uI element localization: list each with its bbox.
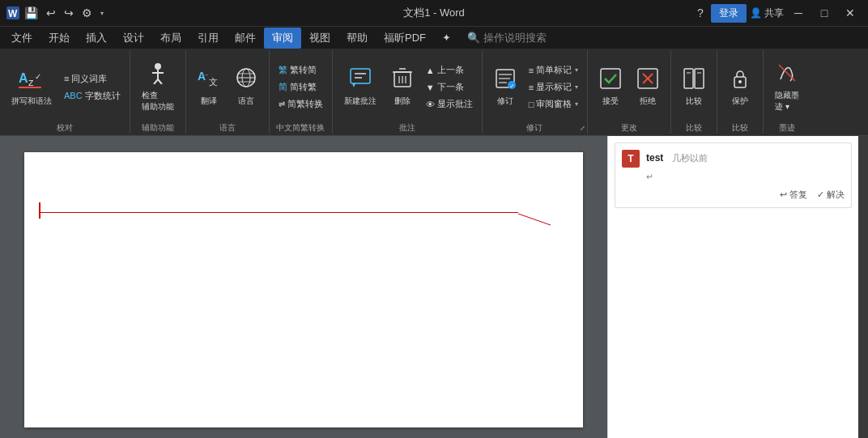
compare-button[interactable]: 比较 (676, 64, 712, 110)
search-label: 操作说明搜索 (483, 31, 547, 45)
svg-point-44 (738, 80, 742, 83)
translate-icon: A 文 → (198, 67, 220, 94)
svg-rect-19 (351, 69, 370, 83)
menu-help[interactable]: 帮助 (338, 28, 376, 49)
wordcount-button[interactable]: ABC 字数统计 (60, 88, 125, 104)
trad-to-simple-label: 繁转简 (290, 64, 317, 76)
new-comment-icon (349, 67, 372, 94)
comment-connector-svg (24, 152, 583, 427)
simple-to-trad-icon: 简 (279, 81, 287, 93)
track-changes-expand-button[interactable]: ⤢ (580, 125, 585, 132)
synonym-label: 同义词库 (71, 73, 107, 85)
check-accessibility-button[interactable]: 检查辅助功能 (135, 58, 181, 116)
translate-label: 翻译 (201, 96, 217, 107)
ribbon-group-track-changes: ✓ 修订 ≡ 简单标记 ▾ ≡ 显示标记 ▾ □ 审阅窗格 (483, 50, 589, 134)
simple-markup-icon: ≡ (529, 66, 534, 75)
ribbon-row-track-changes: ✓ 修订 ≡ 简单标记 ▾ ≡ 显示标记 ▾ □ 审阅窗格 (487, 53, 583, 121)
svg-text:W: W (8, 8, 18, 19)
menu-references[interactable]: 引用 (189, 28, 227, 49)
resolve-label: 解决 (827, 189, 845, 201)
settings-qat-button[interactable]: ⚙ (80, 5, 94, 21)
track-changes-button[interactable]: ✓ 修订 (487, 64, 523, 110)
share-button[interactable]: 👤 共享 (750, 6, 784, 20)
new-comment-label: 新建批注 (344, 96, 377, 107)
ribbon-row-ink: 隐藏墨迹 ▾ (768, 53, 806, 121)
show-comments-button[interactable]: 👁 显示批注 (422, 96, 477, 112)
translate-button[interactable]: A 文 → 翻译 (191, 64, 227, 110)
simple-to-trad-label: 简转繁 (290, 81, 317, 93)
language-label: 语言 (238, 96, 254, 107)
show-markup-button[interactable]: ≡ 显示标记 ▾ (525, 79, 583, 95)
protect-button[interactable]: 保护 (722, 64, 758, 110)
menu-file[interactable]: 文件 (3, 28, 40, 49)
ribbon-row-changes: 接受 拒绝 (593, 53, 666, 121)
accessibility-group-label: 辅助功能 (142, 121, 174, 134)
comment-author: test (646, 152, 663, 164)
review-pane-button[interactable]: □ 审阅窗格 ▾ (525, 96, 583, 112)
hide-ink-button[interactable]: 隐藏墨迹 ▾ (768, 58, 806, 116)
title-right: ? 登录 👤 共享 ─ □ ✕ (693, 4, 862, 23)
comment-header: T test 几秒以前 (622, 150, 845, 168)
svg-text:文: 文 (209, 77, 218, 87)
menu-view[interactable]: 视图 (301, 28, 338, 49)
menu-search[interactable]: 🔍 操作说明搜索 (459, 28, 555, 49)
svg-text:→: → (202, 71, 209, 79)
proofreading-label: 校对 (57, 121, 73, 134)
minimize-button[interactable]: ─ (787, 4, 810, 22)
title-left: W 💾 ↩ ↪ ⚙ ▾ (6, 5, 693, 21)
word-logo-icon: W (6, 6, 19, 19)
next-comment-button[interactable]: ▼ 下一条 (422, 79, 477, 95)
login-button[interactable]: 登录 (711, 4, 747, 23)
svg-point-6 (155, 63, 161, 70)
reject-button[interactable]: 拒绝 (630, 64, 666, 110)
language-icon (235, 67, 257, 94)
delete-comment-button[interactable]: 删除 (385, 64, 420, 110)
qat-dropdown-button[interactable]: ▾ (99, 8, 105, 19)
help-icon[interactable]: ? (693, 6, 708, 20)
track-options-col: ≡ 简单标记 ▾ ≡ 显示标记 ▾ □ 审阅窗格 ▾ (525, 62, 583, 112)
resolve-button[interactable]: ✓ 解决 (817, 189, 845, 201)
accessibility-icon (146, 62, 170, 88)
spell-icon: A z ✓ (19, 68, 45, 94)
new-comment-button[interactable]: 新建批注 (338, 64, 383, 110)
menu-foxit[interactable]: 福昕PDF (376, 28, 434, 49)
ribbon-group-chinese-convert: 繁 繁转简 简 简转繁 ⇌ 简繁转换 中文简繁转换 (270, 50, 333, 134)
document-page[interactable] (24, 152, 583, 427)
menu-home[interactable]: 开始 (40, 28, 78, 49)
menu-lightning[interactable]: ✦ (434, 28, 459, 47)
ribbon-row-protect: 保护 (722, 53, 758, 121)
reject-icon (636, 67, 659, 94)
menu-review[interactable]: 审阅 (264, 28, 301, 49)
redo-qat-button[interactable]: ↪ (62, 5, 75, 21)
restore-button[interactable]: □ (813, 4, 836, 22)
reply-button[interactable]: ↩ 答复 (780, 189, 807, 201)
svg-line-46 (518, 214, 551, 225)
ribbon-group-proofreading: A z ✓ 拼写和语法 ≡ 同义词库 ABC 字数统计 校 (0, 50, 130, 134)
svg-text:✓: ✓ (509, 83, 515, 90)
undo-qat-button[interactable]: ↩ (45, 5, 57, 21)
menu-insert[interactable]: 插入 (78, 28, 115, 49)
simple-markup-button[interactable]: ≡ 简单标记 ▾ (525, 62, 583, 78)
document-area[interactable] (0, 136, 607, 438)
ribbon-group-compare: 比较 比较 (671, 50, 717, 134)
document-title: 文档1 - Word (403, 6, 465, 20)
menu-design[interactable]: 设计 (115, 28, 152, 49)
comment-avatar: T (622, 150, 640, 168)
wordcount-icon: ABC (64, 91, 83, 100)
accept-button[interactable]: 接受 (593, 64, 628, 110)
trad-to-simple-icon: 繁 (279, 64, 287, 76)
language-button[interactable]: 语言 (228, 64, 264, 110)
show-comments-label: 显示批注 (437, 98, 473, 110)
convert-button[interactable]: ⇌ 简繁转换 (274, 96, 327, 112)
simple-to-trad-button[interactable]: 简 简转繁 (274, 79, 327, 95)
trad-to-simple-button[interactable]: 繁 繁转简 (274, 62, 327, 78)
save-qat-button[interactable]: 💾 (23, 5, 40, 21)
scrollbar[interactable] (858, 136, 868, 438)
menu-mailings[interactable]: 邮件 (227, 28, 264, 49)
synonym-button[interactable]: ≡ 同义词库 (60, 71, 125, 87)
close-button[interactable]: ✕ (839, 4, 862, 22)
menu-layout[interactable]: 布局 (152, 28, 189, 49)
spell-grammar-button[interactable]: A z ✓ 拼写和语法 (5, 65, 58, 110)
ribbon-row-chinese-convert: 繁 繁转简 简 简转繁 ⇌ 简繁转换 (274, 53, 327, 121)
prev-comment-button[interactable]: ▲ 上一条 (422, 62, 477, 78)
